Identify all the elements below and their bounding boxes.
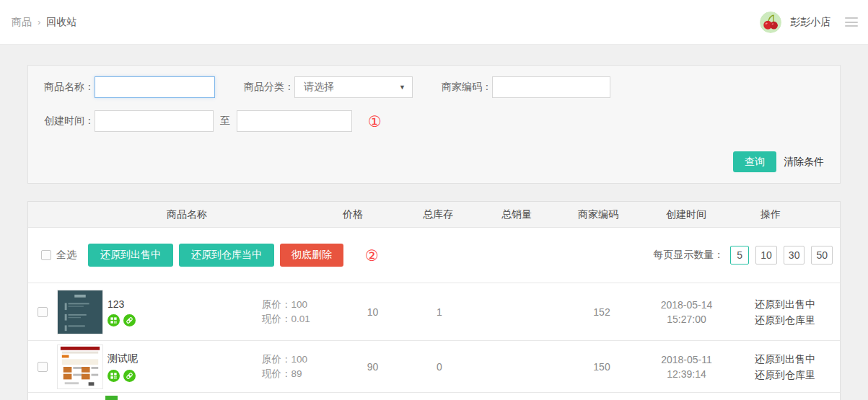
breadcrumb-separator-icon: › bbox=[38, 17, 40, 27]
goods-name-input[interactable] bbox=[95, 76, 215, 98]
row-restore-to-sale-link[interactable]: 还原到出售中 bbox=[730, 296, 840, 312]
clear-filters-button[interactable]: 清除条件 bbox=[784, 156, 824, 169]
page-size-label: 每页显示数量： bbox=[653, 249, 724, 262]
header-created-time: 创建时间 bbox=[650, 208, 722, 221]
table-row: 123 bbox=[28, 283, 840, 340]
goods-table: 商品名称 价格 总库存 总销量 商家编码 创建时间 操作 全选 还原到出售中 还… bbox=[27, 201, 841, 400]
page-size-selector: 每页显示数量： 5 10 30 50 bbox=[653, 246, 833, 265]
link-icon[interactable] bbox=[123, 370, 136, 382]
table-row: 测试呢 bbox=[28, 340, 840, 392]
store-avatar[interactable] bbox=[760, 12, 781, 33]
page-size-option-30[interactable]: 30 bbox=[784, 246, 805, 265]
price-current: 现价：0.01 bbox=[262, 312, 335, 326]
row-restore-to-sale-link[interactable]: 还原到出售中 bbox=[730, 351, 840, 367]
product-thumbnail[interactable] bbox=[57, 290, 103, 334]
total-sales: 1 bbox=[411, 306, 468, 318]
chevron-down-icon: ▼ bbox=[399, 84, 405, 91]
delete-forever-button[interactable]: 彻底删除 bbox=[280, 244, 343, 267]
select-all-checkbox[interactable] bbox=[41, 250, 51, 260]
menu-hamburger-icon[interactable] bbox=[845, 17, 858, 27]
created-time-start-input[interactable] bbox=[95, 110, 214, 132]
header-total-sales: 总销量 bbox=[487, 208, 546, 221]
header-price: 价格 bbox=[317, 208, 389, 221]
goods-category-selected-value: 请选择 bbox=[304, 81, 334, 94]
row-restore-to-warehouse-link[interactable]: 还原到仓库里 bbox=[730, 367, 840, 383]
total-sales: 0 bbox=[411, 361, 468, 373]
annotation-circle-1: ① bbox=[368, 114, 382, 129]
header-total-stock: 总库存 bbox=[389, 208, 487, 221]
goods-name-label: 商品名称： bbox=[44, 81, 95, 94]
merchant-code: 152 bbox=[548, 306, 656, 318]
goods-category-label: 商品分类： bbox=[244, 81, 294, 94]
link-icon[interactable] bbox=[123, 314, 136, 326]
created-time-end-input[interactable] bbox=[237, 110, 352, 132]
price-original: 原价：100 bbox=[262, 298, 335, 312]
row-restore-to-warehouse-link[interactable]: 还原到仓库里 bbox=[730, 312, 840, 328]
total-stock: 90 bbox=[335, 361, 411, 373]
created-time-label: 创建时间： bbox=[44, 115, 95, 128]
table-header-row: 商品名称 价格 总库存 总销量 商家编码 创建时间 操作 bbox=[28, 202, 840, 228]
breadcrumb-goods[interactable]: 商品 bbox=[12, 16, 32, 29]
breadcrumb: 商品 › 回收站 bbox=[12, 16, 76, 29]
row-checkbox[interactable] bbox=[38, 307, 48, 317]
to-label: 至 bbox=[220, 115, 230, 128]
store-name: 彭彭小店 bbox=[790, 16, 830, 29]
breadcrumb-recycle-bin: 回收站 bbox=[46, 16, 76, 29]
product-thumbnail bbox=[105, 396, 118, 400]
header-goods-name: 商品名称 bbox=[57, 208, 317, 221]
goods-category-select[interactable]: 请选择 ▼ bbox=[294, 76, 413, 98]
restore-to-sale-button[interactable]: 还原到出售中 bbox=[88, 244, 173, 267]
qrcode-icon[interactable] bbox=[108, 314, 120, 326]
search-button[interactable]: 查询 bbox=[733, 151, 776, 172]
merchant-code-input[interactable] bbox=[492, 76, 610, 98]
created-date: 2018-05-11 bbox=[656, 352, 717, 367]
page-size-option-50[interactable]: 50 bbox=[811, 246, 833, 265]
filter-panel: 商品名称： 商品分类： 请选择 ▼ 商家编码： 创建时间： 至 ① 查询 清除条… bbox=[27, 65, 841, 184]
created-time: 12:39:14 bbox=[656, 367, 717, 381]
total-stock: 10 bbox=[335, 306, 411, 318]
table-row-partial bbox=[28, 392, 840, 400]
restore-to-warehouse-button[interactable]: 还原到仓库当中 bbox=[179, 244, 274, 267]
user-area: 彭彭小店 bbox=[760, 12, 858, 33]
price-original: 原价：100 bbox=[262, 352, 335, 367]
qrcode-icon[interactable] bbox=[108, 370, 120, 382]
header-actions: 操作 bbox=[722, 208, 819, 221]
header-merchant-code: 商家编码 bbox=[546, 208, 650, 221]
table-toolbar: 全选 还原到出售中 还原到仓库当中 彻底删除 ② 每页显示数量： 5 10 30… bbox=[28, 228, 840, 283]
top-bar: 商品 › 回收站 彭彭小店 bbox=[0, 0, 868, 45]
product-title[interactable]: 测试呢 bbox=[108, 352, 245, 365]
product-thumbnail[interactable] bbox=[57, 345, 103, 389]
page-size-option-5[interactable]: 5 bbox=[730, 246, 749, 265]
created-time: 15:27:00 bbox=[656, 312, 717, 326]
row-checkbox[interactable] bbox=[38, 362, 48, 372]
annotation-circle-2: ② bbox=[365, 248, 379, 263]
created-date: 2018-05-14 bbox=[656, 298, 717, 312]
select-all-label: 全选 bbox=[56, 249, 76, 262]
page-size-option-10[interactable]: 10 bbox=[755, 246, 777, 265]
price-current: 现价：89 bbox=[262, 367, 335, 381]
merchant-code: 150 bbox=[548, 361, 656, 373]
product-title[interactable]: 123 bbox=[108, 298, 245, 310]
merchant-code-label: 商家编码： bbox=[442, 81, 492, 94]
